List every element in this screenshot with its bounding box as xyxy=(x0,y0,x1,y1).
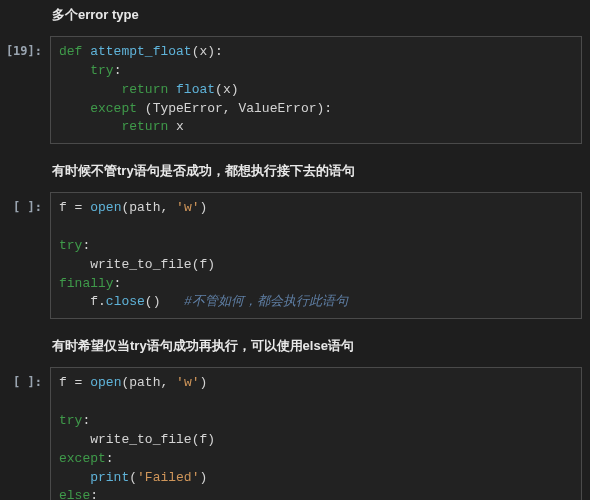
code-editor[interactable]: f = open(path, 'w') try: write_to_file(f… xyxy=(50,367,582,500)
exc-type: ValueError xyxy=(238,101,316,116)
kw-def: def xyxy=(59,44,82,59)
paren: ) xyxy=(200,375,208,390)
colon: : xyxy=(82,413,90,428)
kw-finally: finally xyxy=(59,276,114,291)
paren: ) xyxy=(207,432,215,447)
kw-return: return xyxy=(121,82,168,97)
code-cell: [ ]: f = open(path, 'w') try: write_to_f… xyxy=(0,190,590,331)
comma: , xyxy=(160,375,176,390)
kw-return: return xyxy=(121,119,168,134)
comma: , xyxy=(223,101,239,116)
kw-try: try xyxy=(59,238,82,253)
var: f xyxy=(59,375,75,390)
markdown-cell: 有时希望仅当try语句成功再执行，可以使用else语句 xyxy=(0,331,590,365)
code-editor[interactable]: def attempt_float(x): try: return float(… xyxy=(50,36,582,144)
markdown-text: 有时候不管try语句是否成功，都想执行接下去的语句 xyxy=(52,163,355,178)
string: 'w' xyxy=(176,375,199,390)
arg: path xyxy=(129,375,160,390)
string: 'Failed' xyxy=(137,470,199,485)
string: 'w' xyxy=(176,200,199,215)
arg: x xyxy=(223,82,231,97)
cell-prompt: [ ]: xyxy=(0,192,50,319)
paren: ) xyxy=(199,470,207,485)
paren: ): xyxy=(207,44,223,59)
comment: #不管如何，都会执行此语句 xyxy=(184,294,348,309)
kw-try: try xyxy=(59,413,82,428)
arg: path xyxy=(129,200,160,215)
markdown-text: 有时希望仅当try语句成功再执行，可以使用else语句 xyxy=(52,338,354,353)
exc-type: TypeError xyxy=(153,101,223,116)
var: x xyxy=(168,119,184,134)
paren: ) xyxy=(200,200,208,215)
paren: ): xyxy=(316,101,332,116)
code-cell: [19]: def attempt_float(x): try: return … xyxy=(0,34,590,156)
colon: : xyxy=(82,238,90,253)
colon: : xyxy=(106,451,114,466)
fn-name: attempt_float xyxy=(90,44,191,59)
method-close: close xyxy=(106,294,145,309)
var: f xyxy=(59,200,75,215)
paren: ( xyxy=(145,294,153,309)
fn-call: write_to_file xyxy=(90,432,191,447)
sp xyxy=(160,294,183,309)
builtin-open: open xyxy=(90,375,121,390)
markdown-cell: 多个error type xyxy=(0,0,590,34)
paren: ( xyxy=(215,82,223,97)
colon: : xyxy=(90,488,98,500)
var: f xyxy=(90,294,98,309)
builtin-print: print xyxy=(90,470,129,485)
paren: ( xyxy=(137,101,153,116)
colon: : xyxy=(114,63,122,78)
kw-except: except xyxy=(90,101,137,116)
paren: ) xyxy=(231,82,239,97)
code-cell: [ ]: f = open(path, 'w') try: write_to_f… xyxy=(0,365,590,500)
markdown-text: 多个error type xyxy=(52,7,139,22)
kw-else: else xyxy=(59,488,90,500)
notebook: 多个error type [19]: def attempt_float(x):… xyxy=(0,0,590,500)
paren: ) xyxy=(207,257,215,272)
markdown-cell: 有时候不管try语句是否成功，都想执行接下去的语句 xyxy=(0,156,590,190)
colon: : xyxy=(114,276,122,291)
fn-call: write_to_file xyxy=(90,257,191,272)
paren: ( xyxy=(129,470,137,485)
cell-prompt: [19]: xyxy=(0,36,50,144)
builtin-float: float xyxy=(176,82,215,97)
cell-prompt: [ ]: xyxy=(0,367,50,500)
comma: , xyxy=(160,200,176,215)
kw-try: try xyxy=(90,63,113,78)
builtin-open: open xyxy=(90,200,121,215)
dot: . xyxy=(98,294,106,309)
code-editor[interactable]: f = open(path, 'w') try: write_to_file(f… xyxy=(50,192,582,319)
kw-except: except xyxy=(59,451,106,466)
